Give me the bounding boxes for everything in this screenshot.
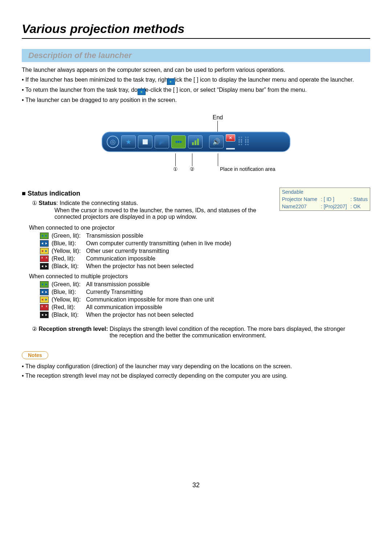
tooltip-popup: Sendable Projector Name : [ ID ] : Statu… <box>279 188 370 211</box>
signal-bars-icon <box>192 139 199 145</box>
status-icon-red <box>40 255 49 262</box>
status-color-label: (Green, lit): <box>52 281 86 288</box>
status-row: (Black, lit):When the projector has not … <box>40 312 370 318</box>
status-icon-green <box>40 281 49 288</box>
arrow-right-icon <box>180 140 182 143</box>
popup-r2c: : Status <box>349 196 369 202</box>
note-1: The display configuration (direction) of… <box>22 362 370 370</box>
status-color-label: (Blue, lit): <box>52 289 86 295</box>
drag-grip-icon[interactable]: ⠿⠿⠿⠿ <box>237 139 250 145</box>
status-desc: When the projector has not been selected <box>86 263 193 270</box>
callout-line-2 <box>192 153 192 166</box>
window-controls: ✕ <box>226 134 235 149</box>
figure-callouts: ① ② Place in notification area <box>102 153 290 175</box>
status-bold: Status <box>38 200 56 206</box>
status-color-label: (Black, lit): <box>52 312 86 318</box>
launcher-figure: End ◎ ★ 🔊 ✕ ⠿⠿⠿⠿ <box>102 114 290 175</box>
status-color-label: (Green, lit): <box>52 233 86 239</box>
end-label: End <box>207 114 229 121</box>
bullet-2: To return the launcher from the task tra… <box>22 86 370 95</box>
status-color-label: (Blue, lit): <box>52 240 86 247</box>
close-button[interactable]: ✕ <box>226 134 235 141</box>
status-row: (Blue, lit):Currently Transmitting <box>40 289 370 295</box>
status-num: ① <box>32 200 38 206</box>
tray-icon-inline-2: ▸ <box>138 89 146 95</box>
bullet-3: The launcher can be dragged to any posit… <box>22 96 370 104</box>
status-indicator <box>171 135 186 148</box>
status-icon-blue <box>40 240 49 247</box>
popup-r2a: Projector Name <box>281 196 319 202</box>
favorite-button[interactable]: ★ <box>121 135 136 148</box>
title-rule <box>22 38 370 39</box>
status-row: (Green, lit):Transmission possible <box>40 233 370 239</box>
status-color-label: (Red, lit): <box>52 255 86 262</box>
one-projector-lead: When connected to one projector <box>29 225 370 231</box>
status-icon-black <box>40 263 49 270</box>
reception-num: ② <box>32 326 38 332</box>
status-color-label: (Red, lit): <box>52 304 86 311</box>
note-2: The reception strength level may not be … <box>22 372 370 380</box>
status-icon-green <box>40 233 49 239</box>
status-icon-blue <box>40 289 49 295</box>
notes-list: The display configuration (direction) of… <box>22 362 370 379</box>
status-icon-red <box>40 304 49 311</box>
reception-line-2: the reception and the better the communi… <box>110 332 370 339</box>
status-row: (Red, lit):Communication impossible <box>40 255 370 262</box>
section-title-bar: Description of the launcher <box>22 49 370 62</box>
status-row: (Blue, lit):Own computer currently trans… <box>40 240 370 247</box>
minimize-button[interactable] <box>226 145 235 149</box>
popup-r3c: : OK <box>349 203 369 210</box>
status-icon-yellow <box>40 296 49 303</box>
status-icon-yellow <box>40 248 49 254</box>
status-desc: All transmission possible <box>86 281 150 288</box>
play-icon <box>159 139 164 145</box>
reception-line-1: Displays the strength level condition of… <box>108 326 345 332</box>
status-row: (Yellow, lit):Communication impossible f… <box>40 296 370 303</box>
callout-line-notif <box>218 153 218 166</box>
signal-strength <box>188 135 203 148</box>
status-desc: When the projector has not been selected <box>86 312 193 318</box>
one-projector-table: (Green, lit):Transmission possible(Blue,… <box>40 233 370 270</box>
page: Various projection methods Description o… <box>0 0 392 504</box>
multi-projector-lead: When connected to multiple projectors <box>29 273 370 280</box>
popup-r2b: : [ ID ] <box>319 196 348 202</box>
status-desc: Transmission possible <box>86 233 143 239</box>
status-rest: : Indicate the connecting status. <box>56 200 138 206</box>
status-row: (Red, lit):All communication impossible <box>40 304 370 311</box>
page-number: 32 <box>22 481 370 489</box>
arrow-left-icon <box>175 140 177 143</box>
sound-button[interactable]: 🔊 <box>209 135 224 148</box>
status-icon-black <box>40 312 49 318</box>
dot-icon <box>177 141 180 143</box>
stop-icon <box>143 139 148 144</box>
status-desc: Own computer currently transmitting (whe… <box>86 240 231 247</box>
multi-projector-table: (Green, lit):All transmission possible(B… <box>40 281 370 318</box>
play-button[interactable] <box>155 135 169 148</box>
status-row: (Yellow, lit):Other user currently trans… <box>40 248 370 254</box>
reception-block: ② Reception strength level: Displays the… <box>32 325 370 339</box>
intro-bullets: If the launcher has been minimized to th… <box>22 75 370 104</box>
status-color-label: (Black, lit): <box>52 263 86 270</box>
popup-row-1: Sendable <box>281 189 369 195</box>
target-button[interactable]: ◎ <box>107 136 119 148</box>
stop-button[interactable] <box>138 135 152 148</box>
status-desc: Currently Transmitting <box>86 289 143 295</box>
reception-bold: Reception strength level: <box>38 326 108 332</box>
popup-r3a: Name2207 <box>281 203 319 210</box>
chapter-title: Various projection methods <box>22 22 370 36</box>
intro-text: The launcher always appears on the compu… <box>22 66 370 74</box>
status-row: (Black, lit):When the projector has not … <box>40 263 370 270</box>
status-color-label: (Yellow, lit): <box>52 296 86 303</box>
bullet-2-text: To return the launcher from the task tra… <box>25 87 307 93</box>
notif-label: Place in notification area <box>220 166 275 172</box>
callout-line-1 <box>175 153 176 166</box>
status-desc: Communication impossible <box>86 255 155 262</box>
status-row: (Green, lit):All transmission possible <box>40 281 370 288</box>
callout-2: ② <box>190 166 195 172</box>
bullet-1: If the launcher has been minimized to th… <box>22 75 370 85</box>
notes-badge: Notes <box>22 351 48 359</box>
popup-r3b: : [Proj2207] <box>319 203 348 210</box>
status-color-label: (Yellow, lit): <box>52 248 86 254</box>
status-desc: Other user currently transmitting <box>86 248 169 254</box>
end-callout-line <box>217 121 218 132</box>
